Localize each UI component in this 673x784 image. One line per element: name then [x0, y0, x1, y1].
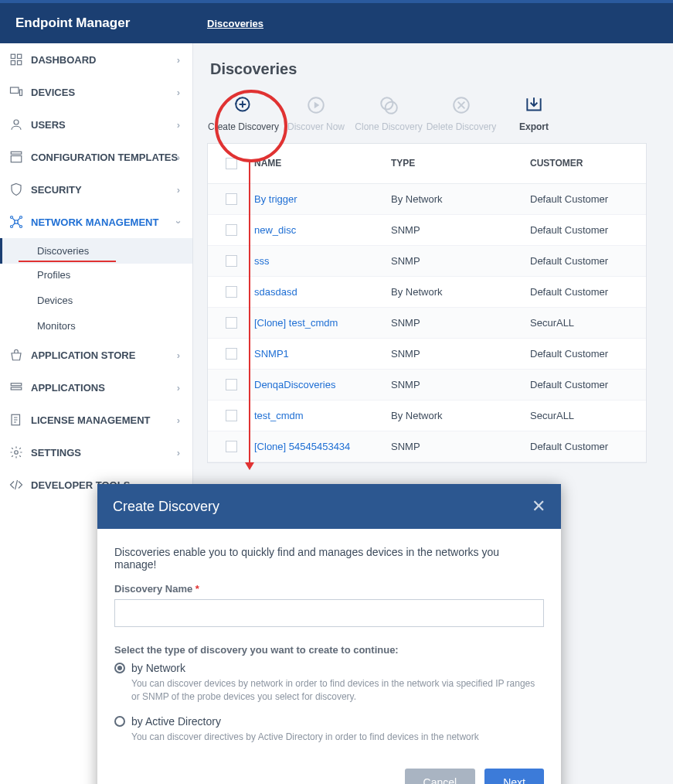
discovery-name-link[interactable]: sss	[254, 255, 270, 267]
row-checkbox[interactable]	[226, 410, 237, 421]
create-discovery-modal: Create Discovery ✕ Discoveries enable yo…	[97, 484, 561, 784]
chevron-right-icon: ›	[177, 87, 180, 98]
top-bar: Endpoint Manager Discoveries	[0, 0, 673, 43]
chevron-right-icon: ›	[177, 119, 180, 131]
discovery-customer: Default Customer	[530, 441, 646, 452]
sidebar-item-label: USERS	[31, 119, 66, 131]
row-checkbox[interactable]	[226, 193, 237, 205]
sidebar-item-settings[interactable]: SETTINGS ›	[0, 436, 192, 469]
discovery-name-label: Discovery Name *	[114, 583, 544, 595]
chevron-right-icon: ›	[177, 447, 180, 458]
sidebar-sub-devices[interactable]: Devices	[0, 288, 192, 313]
breadcrumb[interactable]: Discoveries	[193, 18, 263, 29]
discovery-name-link[interactable]: DenqaDiscoveries	[254, 379, 336, 390]
row-checkbox[interactable]	[226, 224, 237, 236]
row-checkbox[interactable]	[226, 317, 237, 329]
delete-discovery-button[interactable]: Delete Discovery	[425, 86, 498, 138]
sidebar-item-license-management[interactable]: LICENSE MANAGEMENT ›	[0, 404, 192, 436]
discovery-type: SNMP	[391, 441, 530, 452]
discovery-name-link[interactable]: SNMP1	[254, 348, 289, 360]
svg-rect-5	[20, 90, 22, 96]
svg-rect-1	[18, 54, 22, 58]
discovery-name-link[interactable]: sdasdasd	[254, 286, 297, 298]
modal-header: Create Discovery ✕	[97, 484, 561, 529]
col-header-customer[interactable]: CUSTOMER	[530, 158, 646, 169]
page-title: Discoveries	[207, 60, 673, 78]
cancel-button[interactable]: Cancel	[405, 769, 476, 784]
sidebar-item-label: DEVICES	[31, 87, 75, 98]
sidebar-item-network-management[interactable]: NETWORK MANAGEMENT ›	[0, 206, 192, 238]
radio-icon	[114, 716, 125, 727]
sidebar-item-config-templates[interactable]: CONFIGURATION TEMPLATES ›	[0, 141, 192, 173]
gear-icon	[9, 445, 23, 459]
svg-rect-7	[11, 152, 22, 154]
table-row: sssSNMPDefault Customer	[208, 246, 646, 277]
svg-point-6	[14, 120, 19, 124]
chevron-right-icon: ›	[177, 152, 180, 163]
export-button[interactable]: Export	[498, 86, 570, 138]
row-checkbox[interactable]	[226, 348, 237, 360]
discovery-name-input[interactable]	[114, 599, 544, 627]
app-title: Endpoint Manager	[0, 15, 193, 31]
row-checkbox[interactable]	[226, 286, 237, 298]
chevron-right-icon: ›	[177, 54, 180, 66]
svg-point-10	[11, 216, 13, 219]
table-row: By triggerBy NetworkDefault Customer	[208, 184, 646, 215]
sidebar-item-devices[interactable]: DEVICES ›	[0, 76, 192, 108]
svg-rect-0	[11, 54, 15, 58]
discovery-customer: Default Customer	[530, 193, 646, 205]
sidebar-item-application-store[interactable]: APPLICATION STORE ›	[0, 339, 192, 371]
radio-by-network[interactable]: by Network	[114, 662, 544, 674]
chevron-right-icon: ›	[177, 184, 180, 196]
discovery-name-link[interactable]: By trigger	[254, 193, 297, 205]
radio-icon	[114, 663, 125, 673]
grid-icon	[9, 53, 23, 66]
sidebar-item-security[interactable]: SECURITY ›	[0, 173, 192, 206]
discovery-name-link[interactable]: new_disc	[254, 224, 296, 236]
sidebar-item-label: SECURITY	[31, 184, 82, 196]
chevron-down-icon: ›	[172, 220, 184, 223]
svg-rect-2	[11, 61, 15, 65]
discovery-customer: SecurALL	[530, 410, 646, 421]
radio-label: by Active Directory	[131, 715, 221, 728]
discovery-name-link[interactable]: [Clone] test_cmdm	[254, 317, 338, 329]
row-checkbox[interactable]	[226, 255, 237, 267]
svg-point-17	[15, 451, 19, 455]
discovery-type: SNMP	[391, 224, 530, 236]
sidebar-sub-profiles[interactable]: Profiles	[0, 262, 192, 288]
col-header-type[interactable]: TYPE	[391, 158, 530, 169]
network-icon	[9, 215, 23, 229]
discovery-name-link[interactable]: [Clone] 54545453434	[254, 441, 350, 452]
sidebar-item-dashboard[interactable]: DASHBOARD ›	[0, 43, 192, 76]
modal-intro-text: Discoveries enable you to quickly find a…	[114, 546, 544, 571]
col-header-name[interactable]: NAME	[254, 158, 391, 169]
radio-by-network-desc: You can discover devices by network in o…	[131, 677, 544, 704]
discover-now-button[interactable]: Discover Now	[280, 86, 352, 138]
discovery-type: SNMP	[391, 317, 530, 329]
clone-discovery-button[interactable]: Clone Discovery	[352, 86, 425, 138]
templates-icon	[9, 150, 23, 164]
close-icon[interactable]: ✕	[532, 496, 546, 516]
table-row: new_discSNMPDefault Customer	[208, 215, 646, 246]
devices-icon	[9, 85, 23, 99]
discovery-customer: Default Customer	[530, 348, 646, 360]
export-icon	[524, 95, 544, 115]
store-icon	[9, 348, 23, 362]
sidebar-item-label: LICENSE MANAGEMENT	[31, 414, 151, 426]
select-all-checkbox[interactable]	[226, 158, 237, 169]
discovery-type: By Network	[391, 286, 530, 298]
create-discovery-button[interactable]: Create Discovery	[207, 86, 280, 138]
clone-icon	[379, 95, 399, 115]
row-checkbox[interactable]	[226, 441, 237, 452]
sidebar-item-label: APPLICATION STORE	[31, 349, 135, 361]
discovery-type: By Network	[391, 410, 530, 421]
discovery-name-link[interactable]: test_cmdm	[254, 410, 304, 421]
discovery-customer: Default Customer	[530, 255, 646, 267]
discovery-type: SNMP	[391, 379, 530, 390]
sidebar-item-users[interactable]: USERS ›	[0, 108, 192, 141]
radio-by-ad[interactable]: by Active Directory	[114, 715, 544, 728]
next-button[interactable]: Next	[484, 769, 544, 784]
sidebar-item-applications[interactable]: APPLICATIONS ›	[0, 371, 192, 404]
sidebar-sub-monitors[interactable]: Monitors	[0, 313, 192, 339]
row-checkbox[interactable]	[226, 379, 237, 390]
